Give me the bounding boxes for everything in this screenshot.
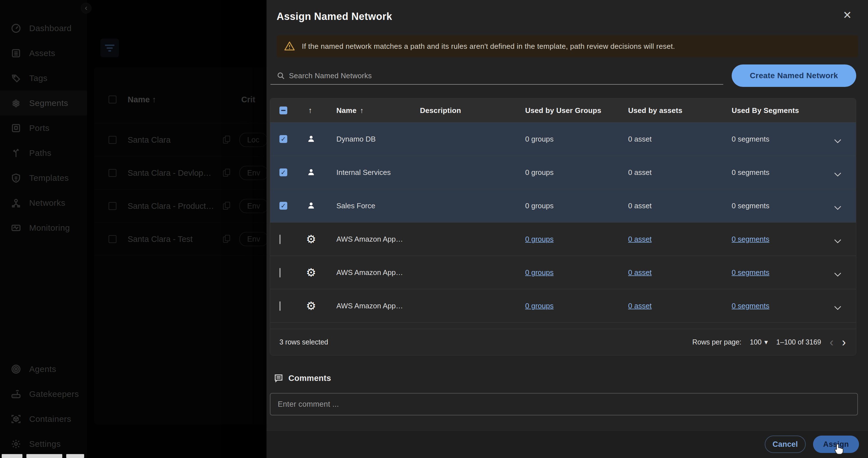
type-sort-icon[interactable]: ↑ xyxy=(308,106,312,115)
close-icon[interactable]: ✕ xyxy=(843,9,852,21)
assets-count-link[interactable]: 0 asset xyxy=(628,235,652,243)
search-icon xyxy=(277,71,285,80)
groups-count-link[interactable]: 0 groups xyxy=(525,302,554,310)
network-name: AWS Amazon App… xyxy=(336,268,403,277)
assets-count: 0 asset xyxy=(628,135,652,143)
select-all-checkbox[interactable] xyxy=(279,106,287,115)
comments-label: Comments xyxy=(288,373,331,383)
chevron-down-icon[interactable] xyxy=(834,137,841,141)
user-icon xyxy=(306,167,316,177)
row-checkbox[interactable] xyxy=(279,235,287,243)
table-footer: 3 rows selected Rows per page: 100▾ 1–10… xyxy=(270,329,856,355)
segments-count-link[interactable]: 0 segments xyxy=(732,302,769,310)
column-used-by-assets: Used by assets xyxy=(628,106,683,115)
table-row[interactable]: ⚙ AWS Amazon App… 0 groups 0 asset 0 seg… xyxy=(270,256,856,289)
comment-input[interactable] xyxy=(270,393,858,415)
name-sort-asc-icon[interactable]: ↑ xyxy=(360,106,364,115)
search-input[interactable] xyxy=(289,71,682,80)
partial-logo-text xyxy=(2,454,84,458)
assign-named-network-modal: Assign Named Network ✕ If the named netw… xyxy=(267,0,868,458)
groups-count-link[interactable]: 0 groups xyxy=(525,268,554,277)
modal-action-bar: Cancel Assign xyxy=(267,430,868,458)
table-row[interactable]: ✓ Internal Services 0 groups 0 asset 0 s… xyxy=(270,156,856,189)
next-page-icon[interactable]: › xyxy=(842,336,846,348)
caret-down-icon: ▾ xyxy=(765,338,768,346)
search-bar xyxy=(271,67,723,85)
table-row[interactable]: ⚙ AWS Amazon App… 0 groups 0 asset 0 seg… xyxy=(270,222,856,256)
user-icon xyxy=(306,201,316,211)
segments-count-link[interactable]: 0 segments xyxy=(732,268,769,277)
row-checkbox[interactable] xyxy=(279,302,287,310)
pagination-range: 1–100 of 3169 xyxy=(776,338,821,346)
column-description: Description xyxy=(420,106,461,115)
column-used-by-segments: Used By Segments xyxy=(732,106,799,115)
row-checkbox-checked[interactable]: ✓ xyxy=(279,168,287,176)
chevron-down-icon[interactable] xyxy=(834,303,841,308)
groups-count: 0 groups xyxy=(525,135,554,143)
named-networks-table: ↑ Name↑ Description Used by User Groups … xyxy=(270,98,856,355)
warning-text: If the named network matches a path and … xyxy=(302,42,675,51)
create-named-network-button[interactable]: Create Named Network xyxy=(732,64,856,87)
prev-page-icon[interactable]: ‹ xyxy=(830,336,834,348)
rows-per-page-label: Rows per page: xyxy=(692,338,742,346)
app-root: Dashboard Assets Tags Segments Ports Pat… xyxy=(0,0,868,458)
table-row[interactable]: ✓ Sales Force 0 groups 0 asset 0 segment… xyxy=(270,189,856,222)
assets-count: 0 asset xyxy=(628,201,652,210)
selection-count: 3 rows selected xyxy=(279,338,328,346)
segments-count: 0 segments xyxy=(732,135,769,143)
row-checkbox[interactable] xyxy=(279,268,287,276)
rows-per-page-select[interactable]: 100▾ xyxy=(750,338,768,346)
network-name: AWS Amazon App… xyxy=(336,302,403,310)
row-checkbox-checked[interactable]: ✓ xyxy=(279,135,287,143)
chevron-down-icon[interactable] xyxy=(834,170,841,175)
chevron-down-icon[interactable] xyxy=(834,203,841,208)
segments-count: 0 segments xyxy=(732,201,769,210)
network-name: Dynamo DB xyxy=(336,135,376,143)
network-name: Sales Force xyxy=(336,201,375,210)
cancel-button[interactable]: Cancel xyxy=(765,435,806,453)
warning-banner: If the named network matches a path and … xyxy=(277,35,858,57)
user-icon xyxy=(306,134,316,144)
warning-icon xyxy=(284,41,295,52)
assets-count-link[interactable]: 0 asset xyxy=(628,302,652,310)
table-row[interactable]: ⚙ AWS Amazon App… 0 groups 0 asset 0 seg… xyxy=(270,289,856,322)
chevron-down-icon[interactable] xyxy=(834,237,841,241)
modal-title: Assign Named Network xyxy=(277,11,392,23)
segments-count: 0 segments xyxy=(732,168,769,177)
gear-icon: ⚙ xyxy=(306,234,316,244)
column-used-by-user-groups: Used by User Groups xyxy=(525,106,601,115)
assign-button[interactable]: Assign xyxy=(813,435,859,453)
groups-count-link[interactable]: 0 groups xyxy=(525,235,554,243)
assets-count: 0 asset xyxy=(628,168,652,177)
row-checkbox-checked[interactable]: ✓ xyxy=(279,202,287,210)
chevron-down-icon[interactable] xyxy=(834,270,841,275)
groups-count: 0 groups xyxy=(525,201,554,210)
network-name: AWS Amazon App… xyxy=(336,235,403,243)
comments-section-header: Comments xyxy=(274,373,331,383)
column-name: Name xyxy=(336,106,356,115)
comments-icon xyxy=(274,373,283,383)
network-name: Internal Services xyxy=(336,168,391,177)
table-header-row: ↑ Name↑ Description Used by User Groups … xyxy=(270,98,856,122)
groups-count: 0 groups xyxy=(525,168,554,177)
segments-count-link[interactable]: 0 segments xyxy=(732,235,769,243)
assets-count-link[interactable]: 0 asset xyxy=(628,268,652,277)
gear-icon: ⚙ xyxy=(306,267,316,277)
partial-next-row xyxy=(270,322,856,329)
table-row[interactable]: ✓ Dynamo DB 0 groups 0 asset 0 segments xyxy=(270,122,856,156)
gear-icon: ⚙ xyxy=(306,301,316,311)
